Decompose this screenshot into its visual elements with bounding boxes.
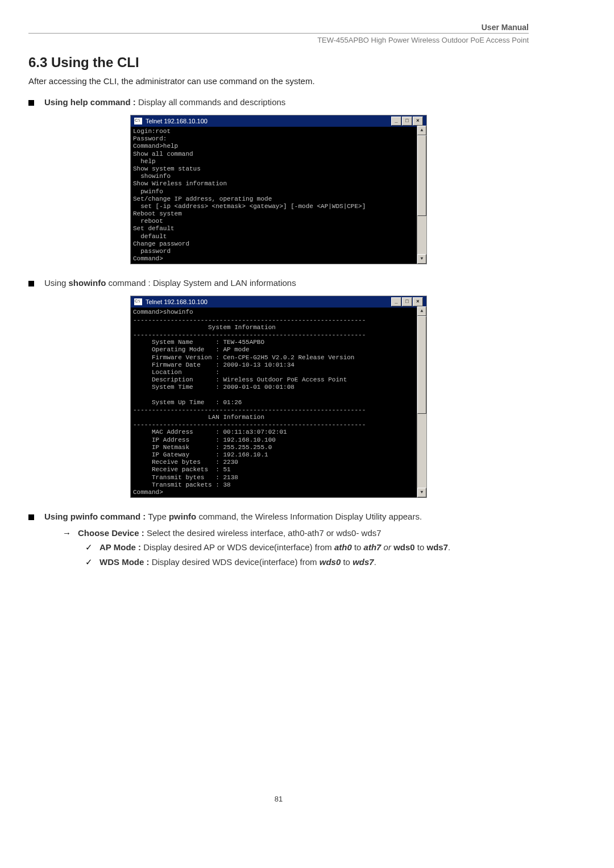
close-button[interactable]: × <box>413 117 423 126</box>
square-bullet-icon <box>28 514 34 520</box>
scrollbar[interactable]: ▲ ▼ <box>417 306 426 497</box>
cmd-icon <box>134 118 142 124</box>
terminal-titlebar[interactable]: Telnet 192.168.10.100 _ □ × <box>131 115 426 127</box>
terminal-title: Telnet 192.168.10.100 <box>146 118 208 124</box>
square-bullet-icon <box>28 100 34 106</box>
sub-bullet-wds-mode: ✓ WDS Mode : Display desired WDS device(… <box>85 557 529 567</box>
bullet-bold2: pwinfo <box>169 512 196 521</box>
scroll-up-button[interactable]: ▲ <box>417 126 426 135</box>
terminal-window-showinfo: Telnet 192.168.10.100 _ □ × Command>show… <box>130 296 427 498</box>
bullet-text: command : Display System and LAN informa… <box>106 278 296 288</box>
terminal-output: Login:root Password: Command>help Show a… <box>131 127 426 264</box>
close-button[interactable]: × <box>413 297 423 306</box>
scroll-thumb[interactable] <box>417 316 426 414</box>
header-subtitle: TEW-455APBO High Power Wireless Outdoor … <box>28 36 529 44</box>
scrollbar[interactable]: ▲ ▼ <box>417 126 426 264</box>
check-bold: AP Mode : <box>99 542 141 552</box>
bullet-bold: Using pwinfo command : <box>44 512 146 521</box>
maximize-button[interactable]: □ <box>402 117 412 126</box>
section-intro: After accessing the CLI, the administrat… <box>28 76 529 86</box>
bullet-help-command: Using help command : Display all command… <box>28 97 529 107</box>
page-number: 81 <box>28 795 529 803</box>
square-bullet-icon <box>28 281 34 286</box>
scroll-up-button[interactable]: ▲ <box>417 306 426 316</box>
check-bold: WDS Mode : <box>99 557 150 567</box>
terminal-titlebar[interactable]: Telnet 192.168.10.100 _ □ × <box>131 296 426 308</box>
bullet-pre: Using <box>44 278 69 288</box>
sub-bullet-ap-mode: ✓ AP Mode : Display desired AP or WDS de… <box>85 542 529 553</box>
minimize-button[interactable]: _ <box>391 297 401 306</box>
sub-bullet-choose-device: → Choose Device : Select the desired wir… <box>63 528 529 538</box>
terminal-output: Command>showinfo -----------------------… <box>131 308 426 497</box>
scroll-thumb[interactable] <box>417 135 426 216</box>
section-title: 6.3 Using the CLI <box>28 55 529 70</box>
arrow-icon: → <box>63 528 71 538</box>
header-label: User Manual <box>28 23 529 34</box>
scroll-down-button[interactable]: ▼ <box>417 254 426 264</box>
scroll-down-button[interactable]: ▼ <box>417 488 426 497</box>
bullet-showinfo-command: Using showinfo command : Display System … <box>28 278 529 288</box>
check-icon: ✓ <box>85 557 93 567</box>
arrow-text: Select the desired wireless interface, a… <box>144 528 381 538</box>
cmd-icon <box>134 298 142 305</box>
bullet-bold: showinfo <box>69 278 106 288</box>
terminal-title: Telnet 192.168.10.100 <box>146 298 208 305</box>
maximize-button[interactable]: □ <box>402 297 412 306</box>
check-icon: ✓ <box>85 542 93 553</box>
minimize-button[interactable]: _ <box>391 117 401 126</box>
terminal-window-help: Telnet 192.168.10.100 _ □ × Login:root P… <box>130 115 427 264</box>
bullet-bold: Using help command : <box>44 97 136 107</box>
bullet-text2: command, the Wireless Information Displa… <box>196 512 422 521</box>
arrow-bold: Choose Device : <box>78 528 144 538</box>
bullet-pwinfo-command: Using pwinfo command : Type pwinfo comma… <box>28 512 529 521</box>
bullet-text: Type <box>146 512 169 521</box>
bullet-text: Display all commands and descriptions <box>136 97 285 107</box>
